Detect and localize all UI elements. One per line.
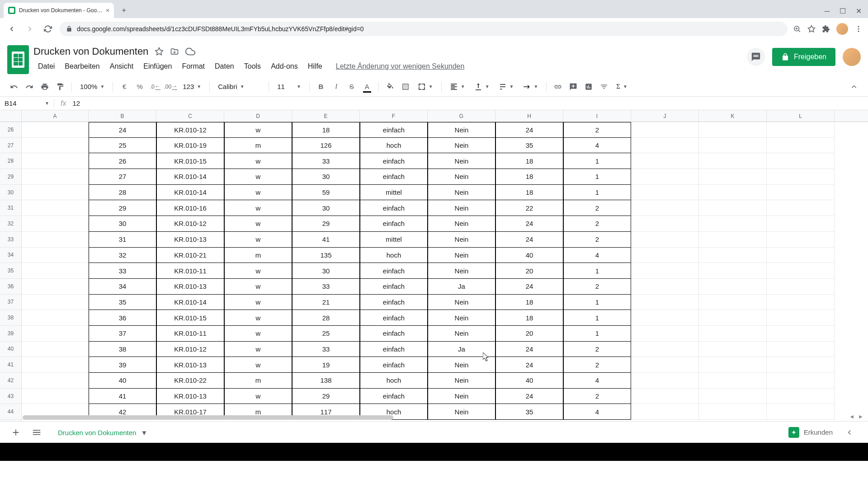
star-icon[interactable] (807, 25, 816, 33)
cell[interactable]: 35 (89, 295, 156, 310)
cell[interactable] (699, 373, 767, 389)
cell[interactable] (22, 357, 89, 373)
cell[interactable]: Nein (428, 122, 495, 138)
cell[interactable]: KR.010-13 (156, 389, 224, 404)
cell[interactable] (631, 326, 699, 342)
cell[interactable] (22, 263, 89, 279)
cell[interactable]: KR.010-16 (156, 200, 224, 216)
menu-tools[interactable]: Tools (240, 61, 265, 72)
row-header[interactable]: 26 (0, 122, 21, 138)
url-input[interactable]: docs.google.com/spreadsheets/d/1cz3cDUFS… (60, 22, 788, 36)
document-title[interactable]: Drucken von Dokumenten (33, 46, 148, 57)
cell[interactable] (767, 295, 835, 310)
cell[interactable]: w (224, 263, 292, 279)
cell[interactable]: 4 (563, 404, 631, 420)
cell[interactable]: KR.010-13 (156, 357, 224, 373)
cell[interactable]: 126 (292, 138, 360, 154)
cell[interactable] (22, 169, 89, 185)
strikethrough-button[interactable]: S (345, 80, 359, 94)
cell[interactable]: 1 (563, 263, 631, 279)
cell[interactable]: mittel (360, 185, 428, 201)
cell[interactable] (631, 357, 699, 373)
column-header-D[interactable]: D (224, 110, 292, 122)
cell[interactable]: KR.010-11 (156, 263, 224, 279)
cell[interactable] (699, 200, 767, 216)
cell[interactable]: 24 (495, 232, 563, 248)
sheets-logo-icon[interactable] (7, 45, 29, 74)
cell[interactable]: 30 (89, 216, 156, 232)
text-color-button[interactable]: A (360, 80, 374, 94)
increase-decimal-button[interactable]: .00→ (164, 80, 177, 94)
column-header-F[interactable]: F (360, 110, 428, 122)
new-tab-button[interactable]: + (118, 4, 130, 17)
cell[interactable]: KR.010-15 (156, 310, 224, 326)
cell[interactable]: 33 (292, 342, 360, 357)
cell[interactable]: w (224, 326, 292, 342)
cell[interactable] (767, 357, 835, 373)
cell[interactable]: einfach (360, 153, 428, 169)
zoom-icon[interactable] (793, 25, 801, 33)
row-header[interactable]: 27 (0, 138, 21, 154)
column-header-E[interactable]: E (292, 110, 360, 122)
spreadsheet-grid[interactable]: 26272829303132333435363738394041424344 A… (0, 110, 868, 421)
cell[interactable] (767, 153, 835, 169)
cell[interactable]: 29 (292, 389, 360, 404)
add-sheet-button[interactable] (9, 426, 23, 439)
cell[interactable]: einfach (360, 216, 428, 232)
cell[interactable] (767, 232, 835, 248)
cell[interactable]: einfach (360, 357, 428, 373)
cell[interactable]: hoch (360, 373, 428, 389)
cell[interactable]: w (224, 279, 292, 295)
cell[interactable] (699, 310, 767, 326)
cell[interactable]: 40 (89, 373, 156, 389)
cell[interactable]: KR.010-12 (156, 216, 224, 232)
cell[interactable]: 1 (563, 169, 631, 185)
cell[interactable]: einfach (360, 342, 428, 357)
cell[interactable]: KR.010-14 (156, 295, 224, 310)
cell[interactable]: KR.010-14 (156, 169, 224, 185)
cell[interactable]: 24 (495, 357, 563, 373)
horizontal-align-button[interactable]: ▼ (446, 83, 469, 91)
cell[interactable] (767, 122, 835, 138)
cell[interactable]: hoch (360, 248, 428, 263)
cell[interactable]: 18 (495, 310, 563, 326)
cell[interactable] (22, 122, 89, 138)
cell[interactable] (767, 310, 835, 326)
cell[interactable]: 29 (292, 216, 360, 232)
name-box[interactable]: B14 ▼ (0, 99, 54, 107)
functions-button[interactable]: Σ▼ (613, 83, 631, 90)
font-select[interactable]: Calibri▼ (214, 83, 264, 90)
cell[interactable]: 30 (292, 263, 360, 279)
collapse-toolbar-button[interactable] (847, 80, 861, 94)
cell[interactable] (767, 169, 835, 185)
cell[interactable]: 2 (563, 122, 631, 138)
row-header[interactable]: 33 (0, 232, 21, 248)
cell[interactable]: KR.010-13 (156, 232, 224, 248)
cell[interactable]: 24 (495, 216, 563, 232)
maximize-icon[interactable]: ☐ (840, 7, 846, 15)
row-header[interactable]: 30 (0, 185, 21, 201)
cell[interactable]: 1 (563, 295, 631, 310)
cell[interactable]: mittel (360, 232, 428, 248)
text-rotation-button[interactable]: ▼ (519, 83, 542, 91)
cell[interactable]: 1 (563, 326, 631, 342)
cloud-status-icon[interactable] (185, 47, 195, 56)
row-header[interactable]: 42 (0, 373, 21, 389)
cell[interactable]: 2 (563, 232, 631, 248)
cell[interactable]: 24 (89, 122, 156, 138)
menu-hilfe[interactable]: Hilfe (303, 61, 327, 72)
cell[interactable] (699, 404, 767, 420)
user-avatar-icon[interactable] (843, 48, 861, 66)
cell[interactable]: KR.010-13 (156, 279, 224, 295)
number-format-select[interactable]: 123▼ (179, 83, 205, 90)
column-header-J[interactable]: J (631, 110, 699, 122)
currency-button[interactable]: € (118, 80, 131, 94)
row-header[interactable]: 36 (0, 279, 21, 295)
cell[interactable] (631, 310, 699, 326)
row-header[interactable]: 35 (0, 263, 21, 279)
cell[interactable]: w (224, 342, 292, 357)
cell[interactable] (22, 389, 89, 404)
text-wrap-button[interactable]: ▼ (495, 83, 518, 91)
cell[interactable]: hoch (360, 138, 428, 154)
cell[interactable]: w (224, 169, 292, 185)
